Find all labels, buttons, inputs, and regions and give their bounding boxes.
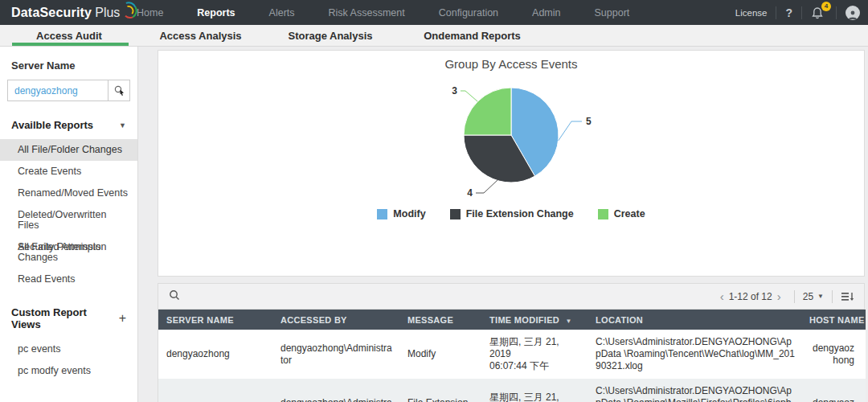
custom-report-views-label: Custom Report Views — [11, 306, 119, 330]
page-size-dropdown[interactable]: 25 ▼ — [803, 291, 824, 302]
divider — [776, 6, 776, 19]
column-chooser-icon[interactable] — [841, 291, 854, 302]
sidebar-item-all-file-folder-changes[interactable]: All File/Folder Changes — [0, 139, 137, 161]
tab-label: Access Analysis — [159, 30, 241, 42]
divider — [794, 290, 795, 303]
pie-slice[interactable] — [464, 88, 511, 135]
custom-report-views-header[interactable]: Custom Report Views + — [0, 300, 137, 338]
legend-swatch — [450, 209, 461, 219]
sidebar-item-renamed-moved-events[interactable]: Renamed/Moved Events — [0, 183, 137, 204]
cell-time-modified: 星期四, 三月 21, 2019 06:07:35 下午 — [481, 379, 588, 402]
divider — [801, 6, 802, 19]
column-header-time-modified[interactable]: TIME MODIFIED ▼ — [481, 310, 588, 330]
cell-accessed-by: dengyaozhong\Administrator — [272, 330, 399, 379]
events-table-panel: ‹ 1-12 of 12 › 25 ▼ — [158, 283, 865, 402]
legend-label: Modify — [393, 208, 425, 219]
next-page-icon[interactable]: › — [772, 289, 786, 303]
cell-message: File Extension Change — [399, 379, 481, 402]
license-button[interactable]: License — [735, 8, 768, 18]
cell-server-name: dengyaozhong — [158, 330, 272, 379]
chart-legend: ModifyFile Extension ChangeCreate — [158, 208, 864, 219]
table-row[interactable]: dengyaozhong dengyaozhong\Administrator … — [158, 379, 866, 402]
cell-location: C:\Users\Administrator.DENGYAOZHONG\AppD… — [588, 379, 801, 402]
legend-swatch — [598, 209, 608, 219]
tab-label: Storage Analysis — [288, 30, 372, 42]
legend-item[interactable]: Modify — [377, 208, 425, 219]
pie-value-label: 4 — [467, 187, 473, 199]
help-icon[interactable]: ? — [785, 6, 792, 19]
column-header-accessed-by[interactable]: ACCESSED BY — [272, 310, 399, 330]
cell-time-modified: 星期四, 三月 21, 2019 06:07:44 下午 — [481, 330, 588, 379]
cell-server-name: dengyaozhong — [158, 379, 272, 402]
tab-storage-analysis[interactable]: Storage Analysis — [263, 25, 398, 46]
sidebar-item-read-events[interactable]: Read Events — [0, 269, 137, 290]
time-clock: 06:07:44 下午 — [489, 360, 549, 371]
pie-chart-svg: 543 — [310, 71, 712, 203]
sidebar-item-create-events[interactable]: Create Events — [0, 161, 137, 183]
nav-item-support[interactable]: Support — [595, 7, 630, 18]
pie-value-label: 3 — [452, 85, 457, 96]
column-header-server-name[interactable]: SERVER NAME — [158, 310, 272, 330]
nav-item-admin[interactable]: Admin — [532, 7, 560, 18]
brand-swoosh-icon — [121, 1, 137, 23]
legend-item[interactable]: Create — [598, 208, 645, 219]
cell-message: Modify — [399, 330, 481, 379]
time-date: 星期四, 三月 21, 2019 — [489, 392, 559, 402]
brand-logo[interactable]: DataSecurity Plus — [0, 2, 127, 23]
top-nav: Home Reports Alerts Risk Assessment Conf… — [137, 7, 629, 18]
table-header-row: SERVER NAME ACCESSED BY MESSAGE TIME MOD… — [158, 310, 866, 330]
top-bar: DataSecurity Plus Home Reports Alerts Ri… — [0, 0, 868, 25]
chevron-down-icon: ▼ — [817, 293, 824, 300]
server-name-input[interactable] — [7, 80, 108, 101]
tab-access-audit[interactable]: Access Audit — [0, 25, 138, 46]
nav-item-risk-assessment[interactable]: Risk Assessment — [329, 7, 405, 18]
pie-leader-line — [559, 121, 582, 141]
user-avatar-icon[interactable] — [845, 6, 860, 20]
cell-location: C:\Users\Administrator.DENGYAOZHONG\AppD… — [588, 330, 801, 379]
column-header-host-name[interactable]: HOST NAME — [801, 310, 866, 330]
sidebar-item-pc-events[interactable]: pc events — [0, 338, 137, 360]
column-header-message[interactable]: MESSAGE — [399, 310, 481, 330]
server-search-button[interactable] — [108, 80, 130, 101]
column-header-location[interactable]: LOCATION — [588, 310, 801, 330]
brand-suffix: Plus — [95, 6, 120, 20]
nav-item-home[interactable]: Home — [137, 7, 163, 18]
brand-name: DataSecurity — [11, 6, 92, 20]
table-row[interactable]: dengyaozhong dengyaozhong\Administrator … — [158, 330, 866, 379]
divider — [836, 6, 837, 19]
events-table: SERVER NAME ACCESSED BY MESSAGE TIME MOD… — [158, 310, 866, 402]
main-content: Group By Access Events 543 ModifyFile Ex… — [138, 47, 868, 402]
server-name-label: Server Name — [0, 47, 137, 80]
chart-panel: Group By Access Events 543 ModifyFile Ex… — [158, 50, 865, 277]
add-custom-report-icon[interactable]: + — [119, 311, 126, 326]
cell-host-name: dengyaozhong — [801, 330, 866, 379]
table-search-icon[interactable] — [168, 289, 181, 305]
legend-item[interactable]: File Extension Change — [450, 208, 574, 219]
tab-access-analysis[interactable]: Access Analysis — [138, 25, 263, 46]
tab-label: Access Audit — [36, 30, 102, 42]
prev-page-icon[interactable]: ‹ — [715, 289, 729, 303]
legend-label: Create — [614, 208, 645, 219]
active-tab-underline — [12, 43, 129, 46]
topbar-right-cluster: License ? 4 — [735, 5, 868, 21]
nav-item-configuration[interactable]: Configuration — [439, 7, 498, 18]
available-reports-header[interactable]: Availble Reports ▼ — [0, 113, 137, 139]
report-tabs: Access Audit Access Analysis Storage Ana… — [0, 25, 868, 47]
legend-swatch — [377, 209, 387, 219]
chevron-down-icon: ▼ — [119, 121, 126, 129]
legend-label: File Extension Change — [466, 208, 574, 219]
tab-label: Ondemand Reports — [424, 30, 521, 42]
column-label: TIME MODIFIED — [489, 315, 559, 325]
notifications-bell-icon[interactable]: 4 — [811, 5, 827, 21]
sidebar-item-deleted-overwritten-files[interactable]: Deleted/Overwritten Files — [0, 204, 137, 236]
notification-count-badge: 4 — [821, 2, 831, 11]
nav-item-reports[interactable]: Reports — [197, 7, 235, 18]
nav-item-alerts[interactable]: Alerts — [269, 7, 295, 18]
table-toolbar: ‹ 1-12 of 12 › 25 ▼ — [158, 284, 864, 310]
tab-ondemand-reports[interactable]: Ondemand Reports — [398, 25, 547, 46]
sidebar: Server Name Availble Reports ▼ All File/… — [0, 47, 138, 402]
pagination-range: 1-12 of 12 — [729, 291, 772, 302]
sidebar-item-security-permission-changes[interactable]: Security Permission Changes — [0, 236, 137, 269]
cell-accessed-by: dengyaozhong\Administrator — [272, 379, 399, 402]
sidebar-item-pc-modfy-events[interactable]: pc modfy events — [0, 360, 137, 382]
